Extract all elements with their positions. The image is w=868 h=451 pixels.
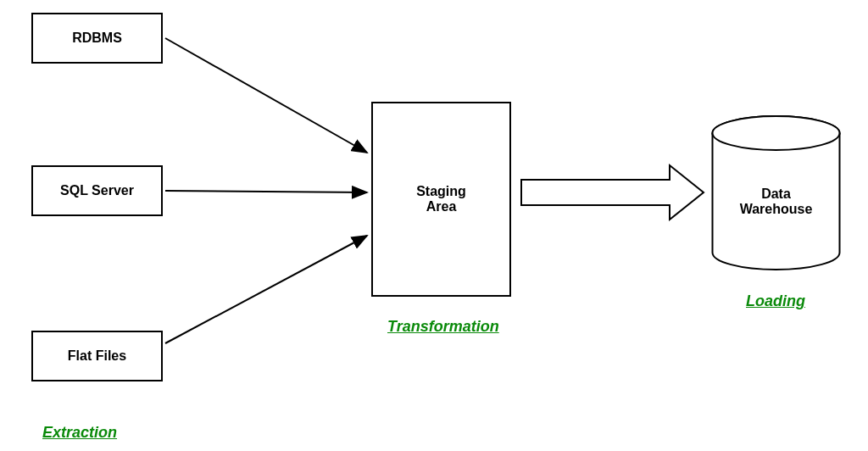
svg-point-1 (713, 116, 840, 150)
source-rdbms-box: RDBMS (31, 13, 163, 64)
arrow-sqlserver-to-staging (165, 191, 367, 192)
data-warehouse-cylinder: Data Warehouse (710, 114, 842, 271)
warehouse-label-2: Warehouse (710, 202, 842, 217)
warehouse-label-1: Data (710, 187, 842, 202)
source-flatfiles-box: Flat Files (31, 331, 163, 381)
staging-area-box: Staging Area (371, 102, 511, 297)
arrow-rdbms-to-staging (165, 38, 367, 153)
arrow-flatfiles-to-staging (165, 236, 367, 343)
stage-transformation-label: Transformation (387, 318, 499, 336)
block-arrow-staging-to-warehouse (521, 165, 704, 220)
source-flatfiles-label: Flat Files (68, 348, 126, 364)
stage-extraction-label: Extraction (42, 424, 117, 442)
staging-label-1: Staging (416, 184, 466, 199)
staging-label-2: Area (426, 199, 457, 214)
source-sqlserver-box: SQL Server (31, 165, 163, 216)
source-rdbms-label: RDBMS (72, 31, 122, 46)
stage-loading-label: Loading (746, 292, 805, 310)
source-sqlserver-label: SQL Server (60, 183, 134, 198)
